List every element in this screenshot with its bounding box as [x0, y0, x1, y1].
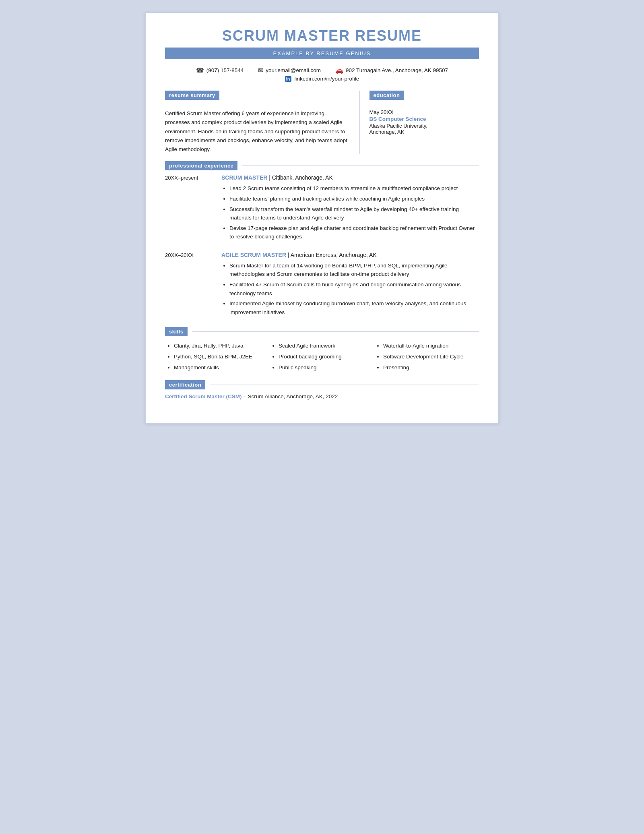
skills-section: skills Clarity, Jira, Rally, PHP, Java P… — [165, 327, 479, 373]
skills-header-row: skills — [165, 327, 479, 336]
exp-bullets-1: Lead 2 Scrum teams consisting of 12 memb… — [221, 184, 479, 241]
skills-header: skills — [165, 327, 188, 336]
experience-header-row: professional experience — [165, 161, 479, 170]
exp-bullet-2-2: Facilitated 47 Scrum of Scrum calls to b… — [229, 280, 479, 298]
certification-header-row: certification — [165, 380, 479, 389]
resume-container: SCRUM MASTER RESUME EXAMPLE BY RESUME GE… — [145, 12, 499, 424]
skill-3-3: Presenting — [383, 362, 479, 373]
summary-header: resume summary — [165, 91, 219, 100]
exp-bullets-2: Scrum Master for a team of 14 working on… — [221, 261, 479, 317]
address-text: 902 Turnagain Ave., Anchorage, AK 99507 — [346, 67, 448, 73]
skill-1-2: Python, SQL, Bonita BPM, J2EE — [174, 351, 270, 362]
exp-title-row-1: SCRUM MASTER | Citibank, Anchorage, AK — [221, 174, 479, 181]
exp-bullet-1-2: Facilitate teams' planning and tracking … — [229, 195, 479, 203]
edu-degree: BS Computer Science — [369, 116, 479, 122]
linkedin-contact: in linkedin.com/in/your-profile — [285, 76, 359, 82]
education-header: education — [369, 91, 404, 100]
skill-2-2: Product backlog grooming — [279, 351, 374, 362]
experience-section: professional experience 20XX–present SCR… — [165, 161, 479, 318]
linkedin-icon: in — [285, 76, 291, 82]
cert-name: Certified Scrum Master (CSM) — [165, 393, 242, 399]
contact-section: ☎ (907) 157-8544 ✉ your.email@email.com … — [165, 66, 479, 82]
summary-text: Certified Scrum Master offering 6 years … — [165, 109, 350, 154]
exp-entry-2: 20XX–20XX AGILE SCRUM MASTER | American … — [165, 252, 479, 319]
certification-header: certification — [165, 380, 205, 389]
skills-grid: Clarity, Jira, Rally, PHP, Java Python, … — [165, 340, 479, 373]
phone-icon: ☎ — [196, 66, 204, 74]
summary-education-row: resume summary Certified Scrum Master of… — [165, 91, 479, 154]
exp-date-1: 20XX–present — [165, 174, 221, 243]
phone-contact: ☎ (907) 157-8544 — [196, 66, 244, 74]
exp-bullet-1-1: Lead 2 Scrum teams consisting of 12 memb… — [229, 184, 479, 193]
skills-col-1: Clarity, Jira, Rally, PHP, Java Python, … — [165, 340, 270, 373]
exp-bullet-2-1: Scrum Master for a team of 14 working on… — [229, 261, 479, 279]
exp-entry-1: 20XX–present SCRUM MASTER | Citibank, An… — [165, 174, 479, 243]
resume-title: SCRUM MASTER RESUME — [165, 27, 479, 48]
exp-title-row-2: AGILE SCRUM MASTER | American Express, A… — [221, 252, 479, 258]
location-icon: 🚗 — [335, 66, 343, 74]
exp-content-1: SCRUM MASTER | Citibank, Anchorage, AK L… — [221, 174, 479, 243]
skill-2-3: Public speaking — [279, 362, 374, 373]
cert-detail: – Scrum Alliance, Anchorage, AK, 2022 — [242, 393, 338, 399]
exp-job-title-2: AGILE SCRUM MASTER — [221, 252, 286, 258]
exp-bullet-1-4: Devise 17-page release plan and Agile ch… — [229, 224, 479, 241]
education-section: education May 20XX BS Computer Science A… — [360, 91, 479, 154]
exp-company-1: | Citibank, Anchorage, AK — [267, 174, 332, 181]
address-contact: 🚗 902 Turnagain Ave., Anchorage, AK 9950… — [335, 66, 448, 74]
phone-number: (907) 157-8544 — [206, 67, 244, 73]
skills-col-2: Scaled Agile framework Product backlog g… — [270, 340, 374, 373]
email-address: your.email@email.com — [266, 67, 321, 73]
skill-3-1: Waterfall-to-Agile migration — [383, 340, 479, 351]
skill-3-2: Software Development Life Cycle — [383, 351, 479, 362]
email-icon: ✉ — [258, 66, 263, 74]
edu-location: Anchorage, AK — [369, 129, 479, 135]
exp-bullet-2-3: Implemented Agile mindset by conducting … — [229, 299, 479, 317]
edu-date: May 20XX — [369, 109, 479, 115]
linkedin-url: linkedin.com/in/your-profile — [295, 76, 359, 82]
email-contact: ✉ your.email@email.com — [258, 66, 321, 74]
exp-bullet-1-3: Successfully transform the team's waterf… — [229, 205, 479, 222]
skill-1-1: Clarity, Jira, Rally, PHP, Java — [174, 340, 270, 351]
exp-content-2: AGILE SCRUM MASTER | American Express, A… — [221, 252, 479, 319]
exp-date-2: 20XX–20XX — [165, 252, 221, 319]
experience-header: professional experience — [165, 161, 237, 170]
edu-school: Alaska Pacific University, — [369, 123, 479, 129]
certification-text: Certified Scrum Master (CSM) – Scrum All… — [165, 393, 479, 399]
exp-company-2: | American Express, Anchorage, AK — [286, 252, 377, 258]
skills-col-3: Waterfall-to-Agile migration Software De… — [374, 340, 479, 373]
example-banner: EXAMPLE BY RESUME GENIUS — [165, 48, 479, 59]
exp-job-title-1: SCRUM MASTER — [221, 174, 267, 181]
skill-2-1: Scaled Agile framework — [279, 340, 374, 351]
skill-1-3: Management skills — [174, 362, 270, 373]
summary-section: resume summary Certified Scrum Master of… — [165, 91, 360, 154]
certification-section: certification Certified Scrum Master (CS… — [165, 380, 479, 399]
